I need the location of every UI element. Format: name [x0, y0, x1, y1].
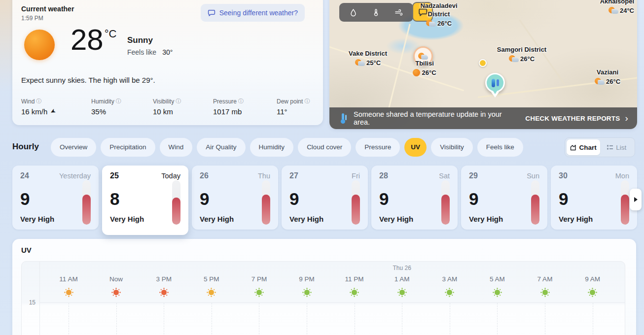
uv-gridline	[39, 302, 625, 303]
check-weather-reports-button[interactable]: CHECK WEATHER REPORTS ›	[525, 114, 628, 123]
chart-marker-wrap	[572, 288, 614, 295]
uv-level-label: Very High	[20, 215, 54, 223]
current-weather-time: 1:59 PM	[21, 15, 43, 22]
day-card-header: 30Mon	[559, 171, 629, 180]
toggle-chart-button[interactable]: Chart	[567, 139, 600, 155]
thermometer-icon[interactable]	[372, 8, 380, 17]
uv-sun-marker	[209, 290, 214, 295]
uv-gauge	[352, 180, 360, 225]
uv-gauge-fill	[352, 195, 360, 225]
tab-cloud-cover[interactable]: Cloud cover	[298, 138, 351, 157]
location-temp-row: 26°C	[585, 77, 630, 86]
chart-marker-wrap	[143, 288, 185, 295]
chart-gridline-vertical	[355, 303, 355, 335]
info-icon[interactable]: ⓘ	[36, 98, 41, 105]
map-location-samgori-district[interactable]: Samgori District26°C	[493, 45, 550, 63]
droplet-icon[interactable]	[349, 8, 358, 17]
info-icon[interactable]: ⓘ	[176, 98, 181, 105]
stat-value-text: 1017 mb	[213, 107, 242, 116]
chart-time-label: 1 AM	[381, 275, 423, 284]
tab-air-quality[interactable]: Air Quality	[197, 138, 245, 157]
uv-value: 9	[200, 189, 209, 209]
chart-time-label: 3 PM	[143, 275, 185, 284]
stat-label: Pressureⓘ	[213, 98, 277, 105]
tab-feels-like[interactable]: Feels like	[477, 138, 523, 157]
tab-wind[interactable]: Wind	[160, 138, 193, 157]
location-temp: 26°C	[437, 19, 452, 28]
map-location-tbilisi[interactable]: Tbilisi26°C	[405, 59, 444, 77]
chart-gridline-vertical	[212, 303, 212, 335]
tab-visibility[interactable]: Visibility	[431, 138, 473, 157]
info-icon[interactable]: ⓘ	[238, 98, 244, 105]
tab-overview[interactable]: Overview	[51, 138, 96, 157]
toggle-list-button[interactable]: List	[600, 139, 634, 155]
chart-marker-wrap	[47, 288, 90, 295]
day-card-24[interactable]: 24Yesterday9Very High	[12, 166, 99, 230]
map-location-vake-district[interactable]: Vake District25°C	[346, 49, 390, 67]
chart-day-label	[476, 262, 518, 272]
day-card-header: 24Yesterday	[20, 171, 91, 180]
uv-level-label: Very High	[200, 215, 234, 223]
uv-chart-plot[interactable]: 15 11 AMNow3 PM5 PM7 PM9 PM11 PMThu 261 …	[21, 261, 625, 335]
uv-sun-marker	[113, 290, 119, 295]
stat-value-text: 11°	[277, 107, 287, 116]
chart-marker-wrap	[95, 288, 138, 295]
uv-value: 9	[559, 189, 568, 209]
uv-gauge-fill	[262, 195, 270, 225]
chart-gridline-vertical	[69, 303, 69, 335]
day-card-26[interactable]: 26Thu9Very High	[192, 166, 278, 230]
chart-time-label: 9 AM	[572, 275, 614, 284]
check-weather-reports-label: CHECK WEATHER REPORTS	[525, 115, 620, 122]
tab-humidity[interactable]: Humidity	[250, 138, 294, 157]
map-location-vaziani[interactable]: Vaziani26°C	[585, 68, 630, 86]
seeing-different-weather-button[interactable]: Seeing different weather?	[201, 4, 305, 22]
day-card-29[interactable]: 29Sun9Very High	[461, 166, 547, 230]
weather-map[interactable]: Nadzaladevi District26°CVake District25°…	[329, 0, 637, 129]
location-name: Nadzaladevi District	[409, 1, 468, 18]
chart-gridline-vertical	[450, 303, 450, 335]
chart-time-label: 7 PM	[238, 275, 280, 284]
next-days-button[interactable]	[630, 189, 642, 210]
uv-value: 9	[20, 189, 30, 209]
temperature-report-pin[interactable]	[485, 73, 505, 93]
tab-pressure[interactable]: Pressure	[356, 138, 400, 157]
chart-time-label: 11 AM	[47, 275, 90, 284]
map-location-akhalsopel[interactable]: Akhalsopel24°C	[575, 0, 634, 15]
feels-like-label: Feels like	[127, 48, 156, 56]
info-icon[interactable]: ⓘ	[304, 98, 310, 105]
location-temp: 24°C	[620, 6, 634, 15]
comment-icon	[208, 9, 215, 17]
stat-label: Windⓘ	[21, 98, 91, 105]
stat-label-text: Wind	[21, 98, 35, 105]
day-card-28[interactable]: 28Sat9Very High	[371, 166, 458, 230]
sun-icon	[24, 30, 55, 60]
uv-y-tick: 15	[22, 299, 36, 306]
uv-gauge-fill	[621, 195, 629, 225]
arrow-right-icon	[634, 197, 638, 202]
day-card-25[interactable]: 25Today8Very High	[102, 166, 188, 235]
chart-gridline-vertical	[164, 303, 164, 335]
wind-direction-arrow: ➤	[49, 107, 57, 116]
map-location-nadzaladevi-district[interactable]: Nadzaladevi District26°C	[409, 1, 468, 28]
day-name: Fri	[352, 172, 360, 180]
day-card-header: 26Thu	[200, 171, 270, 180]
day-card-30[interactable]: 30Mon9Very High	[551, 166, 637, 230]
uv-sun-marker	[447, 290, 452, 295]
stat-value: 11°	[277, 107, 310, 116]
tab-uv[interactable]: UV	[404, 138, 427, 157]
chart-gridline-vertical	[116, 303, 117, 335]
location-temp-row: 25°C	[346, 59, 390, 67]
chart-time-label: 7 AM	[524, 275, 566, 284]
tab-precipitation[interactable]: Precipitation	[101, 138, 155, 157]
info-icon[interactable]: ⓘ	[116, 98, 121, 105]
wind-icon[interactable]	[394, 8, 403, 17]
uv-level-label: Very High	[559, 215, 593, 223]
uv-gauge-fill	[172, 198, 180, 225]
day-card-27[interactable]: 27Fri9Very High	[282, 166, 368, 230]
uv-value: 9	[469, 189, 478, 209]
uv-level-label: Very High	[379, 215, 413, 223]
chart-gridline-vertical	[545, 303, 545, 335]
stat-value-text: 10 km	[153, 107, 173, 116]
hourly-heading: Hourly	[12, 142, 39, 152]
uv-y-axis: 15	[22, 262, 40, 335]
